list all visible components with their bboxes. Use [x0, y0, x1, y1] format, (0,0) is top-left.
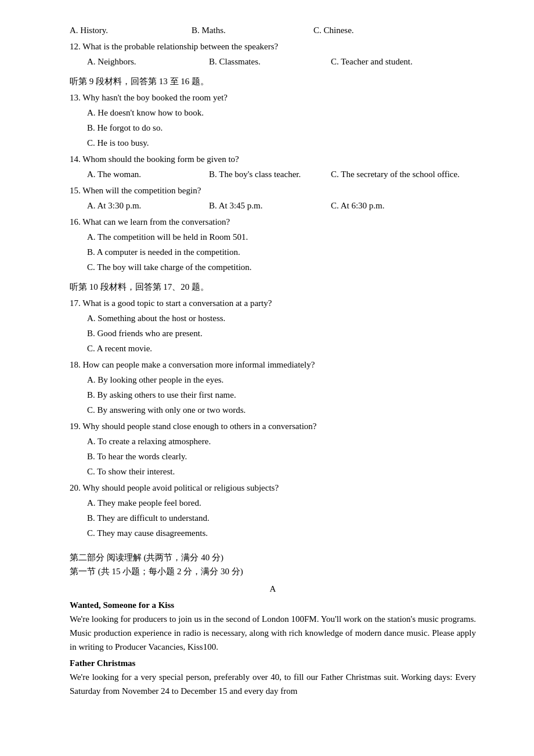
q12-option-c: C. Teacher and student. [331, 55, 453, 69]
q15-block: 15. When will the competition begin? A. … [70, 183, 476, 213]
q17-option-b: B. Good friends who are present. [87, 326, 476, 340]
q13-options: A. He doesn't know how to book. B. He fo… [87, 106, 476, 150]
part2-section: 第二部分 阅读理解 (共两节，满分 40 分) 第一节 (共 15 小题；每小题… [70, 550, 476, 698]
q14-option-c: C. The secretary of the school office. [331, 167, 460, 181]
q15-option-c: C. At 6:30 p.m. [331, 199, 453, 213]
wanted-text: We're looking for producers to join us i… [70, 612, 476, 654]
q20-option-a: A. They make people feel bored. [87, 496, 476, 510]
q20-options: A. They make people feel bored. B. They … [87, 496, 476, 540]
q12-options-row: A. Neighbors. B. Classmates. C. Teacher … [87, 55, 476, 69]
q16-options: A. The competition will be held in Room … [87, 230, 476, 274]
q12-question: 12. What is the probable relationship be… [70, 39, 476, 53]
q18-option-b: B. By asking others to use their first n… [87, 388, 476, 402]
part2-section1-header: 第一节 (共 15 小题；每小题 2 分，满分 30 分) [70, 564, 476, 578]
section9-header: 听第 9 段材料，回答第 13 至 16 题。 [70, 74, 476, 88]
q20-question: 20. Why should people avoid political or… [70, 481, 476, 495]
q12-block: 12. What is the probable relationship be… [70, 39, 476, 69]
q13-option-c: C. He is too busy. [87, 136, 476, 150]
q15-options-row: A. At 3:30 p.m. B. At 3:45 p.m. C. At 6:… [87, 199, 476, 213]
q17-block: 17. What is a good topic to start a conv… [70, 296, 476, 355]
q18-question: 18. How can people make a conversation m… [70, 358, 476, 372]
q14-options-row: A. The woman. B. The boy's class teacher… [87, 167, 476, 181]
section10-header: 听第 10 段材料，回答第 17、20 题。 [70, 280, 476, 294]
q14-block: 14. Whom should the booking form be give… [70, 152, 476, 181]
q18-options: A. By looking other people in the eyes. … [87, 373, 476, 417]
q17-options: A. Something about the host or hostess. … [87, 311, 476, 355]
q18-option-c: C. By answering with only one or two wor… [87, 403, 476, 417]
q16-option-c: C. The boy will take charge of the compe… [87, 260, 476, 274]
q12-option-a: A. Neighbors. [87, 55, 209, 69]
q18-option-a: A. By looking other people in the eyes. [87, 373, 476, 387]
q15-options: A. At 3:30 p.m. B. At 3:45 p.m. C. At 6:… [87, 199, 476, 213]
section-a-label: A [70, 582, 476, 596]
q20-block: 20. Why should people avoid political or… [70, 481, 476, 540]
q19-block: 19. Why should people stand close enough… [70, 419, 476, 478]
wanted-title: Wanted, Someone for a Kiss [70, 598, 476, 612]
q15-question: 15. When will the competition begin? [70, 183, 476, 197]
q15-option-b: B. At 3:45 p.m. [209, 199, 331, 213]
q19-option-a: A. To create a relaxing atmosphere. [87, 434, 476, 448]
q16-block: 16. What can we learn from the conversat… [70, 215, 476, 274]
q14-options: A. The woman. B. The boy's class teacher… [87, 167, 476, 181]
q11-options-row: A. History. B. Maths. C. Chinese. [70, 23, 476, 37]
q15-option-a: A. At 3:30 p.m. [87, 199, 209, 213]
part2-header: 第二部分 阅读理解 (共两节，满分 40 分) [70, 550, 476, 564]
q11-option-a: A. History. [70, 23, 192, 37]
q18-block: 18. How can people make a conversation m… [70, 358, 476, 417]
father-text: We're looking for a very special person,… [70, 670, 476, 698]
q13-option-b: B. He forgot to do so. [87, 121, 476, 135]
q17-question: 17. What is a good topic to start a conv… [70, 296, 476, 310]
q13-question: 13. Why hasn't the boy booked the room y… [70, 91, 476, 105]
q12-options: A. Neighbors. B. Classmates. C. Teacher … [87, 55, 476, 69]
q13-block: 13. Why hasn't the boy booked the room y… [70, 91, 476, 150]
q14-option-b: B. The boy's class teacher. [209, 167, 331, 181]
q11-options-block: A. History. B. Maths. C. Chinese. [70, 23, 476, 37]
q17-option-a: A. Something about the host or hostess. [87, 311, 476, 325]
q14-question: 14. Whom should the booking form be give… [70, 152, 476, 166]
q19-option-c: C. To show their interest. [87, 465, 476, 478]
q16-question: 16. What can we learn from the conversat… [70, 215, 476, 229]
q11-option-b: B. Maths. [192, 23, 313, 37]
q16-option-a: A. The competition will be held in Room … [87, 230, 476, 244]
q20-option-c: C. They may cause disagreements. [87, 526, 476, 540]
father-passage-block: Father Christmas We're looking for a ver… [70, 656, 476, 698]
q19-options: A. To create a relaxing atmosphere. B. T… [87, 434, 476, 478]
q16-option-b: B. A computer is needed in the competiti… [87, 245, 476, 259]
q20-option-b: B. They are difficult to understand. [87, 511, 476, 525]
q14-option-a: A. The woman. [87, 167, 209, 181]
q13-option-a: A. He doesn't know how to book. [87, 106, 476, 120]
father-title: Father Christmas [70, 656, 476, 670]
q19-question: 19. Why should people stand close enough… [70, 419, 476, 433]
q17-option-c: C. A recent movie. [87, 341, 476, 355]
q12-option-b: B. Classmates. [209, 55, 331, 69]
wanted-passage-block: Wanted, Someone for a Kiss We're looking… [70, 598, 476, 654]
q11-option-c: C. Chinese. [313, 23, 435, 37]
q19-option-b: B. To hear the words clearly. [87, 449, 476, 463]
